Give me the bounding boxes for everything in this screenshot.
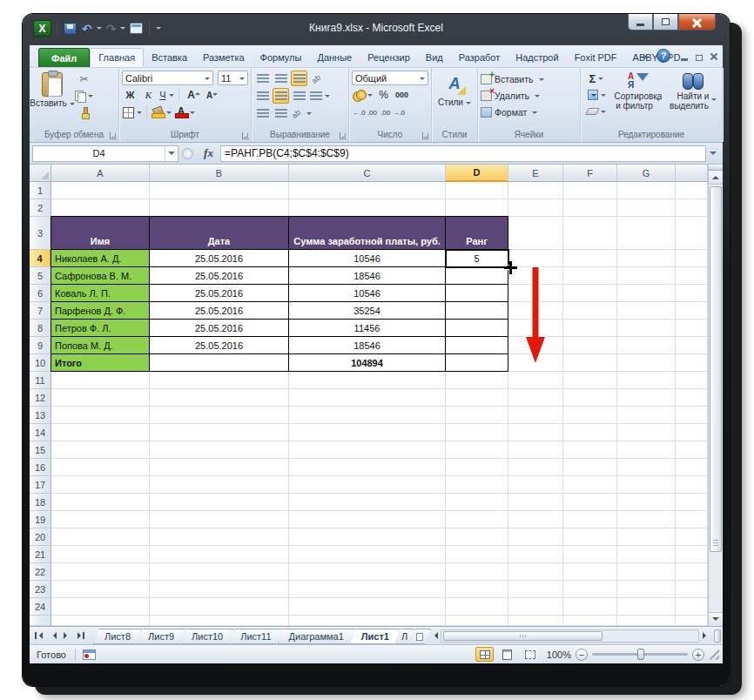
row-header[interactable]: 13 [30, 407, 51, 424]
cell[interactable] [563, 267, 617, 285]
cell[interactable] [563, 598, 617, 616]
zoom-slider[interactable] [592, 653, 688, 656]
cell[interactable] [617, 217, 676, 250]
cell[interactable] [446, 320, 508, 337]
cell[interactable]: Имя [51, 217, 150, 250]
cell[interactable] [446, 511, 508, 528]
cell[interactable] [676, 407, 708, 424]
cell[interactable] [51, 616, 150, 626]
cell[interactable]: 10546 [289, 285, 446, 302]
cell[interactable] [563, 616, 617, 626]
cell[interactable] [51, 389, 150, 407]
row-header[interactable]: 6 [30, 285, 51, 302]
cell[interactable] [289, 476, 446, 494]
cell[interactable] [563, 459, 617, 476]
cell[interactable] [676, 354, 708, 372]
fill-button[interactable] [583, 87, 609, 103]
cell[interactable] [446, 476, 508, 494]
cell[interactable] [150, 616, 289, 626]
cell[interactable] [563, 320, 617, 337]
undo-dropdown[interactable] [97, 27, 102, 32]
align-middle-button[interactable] [273, 71, 289, 86]
cell[interactable] [51, 528, 150, 546]
cell[interactable] [676, 372, 708, 389]
cell[interactable] [150, 581, 289, 598]
cell[interactable] [676, 337, 708, 354]
format-cells-button[interactable]: Формат [481, 104, 577, 120]
cell[interactable] [150, 389, 289, 407]
styles-button[interactable]: А Стили [434, 71, 475, 107]
table-tool-button[interactable] [129, 21, 144, 37]
cell[interactable] [446, 182, 508, 199]
cell[interactable] [617, 616, 676, 626]
row-header[interactable]: 20 [30, 528, 51, 546]
sheet-tab[interactable]: Диаграмма1 [278, 629, 355, 644]
cell[interactable] [676, 250, 708, 267]
cell[interactable] [446, 528, 508, 546]
cell[interactable] [289, 511, 446, 528]
row-header[interactable]: 8 [30, 320, 51, 337]
cell[interactable] [508, 182, 563, 199]
cell[interactable] [617, 354, 676, 372]
cell[interactable] [446, 354, 508, 372]
clipboard-dialog-launcher-icon[interactable] [110, 132, 117, 139]
undo-button[interactable]: ↶ [81, 21, 93, 37]
align-right-button[interactable] [291, 88, 307, 104]
bold-button[interactable]: Ж [122, 87, 138, 103]
cell[interactable] [51, 199, 150, 217]
row-header[interactable]: 7 [30, 302, 51, 320]
cell[interactable] [563, 389, 617, 407]
column-header[interactable]: G [617, 165, 676, 182]
cell[interactable] [676, 459, 708, 476]
ribbon-tab[interactable]: Главная [90, 48, 144, 67]
row-header[interactable]: 3 [30, 217, 51, 250]
cut-button[interactable]: ✂ [74, 71, 94, 87]
cell[interactable] [446, 389, 508, 407]
ribbon-tab[interactable]: Надстрой [508, 48, 566, 67]
column-header[interactable]: C [289, 165, 446, 182]
restore-button[interactable] [653, 14, 678, 30]
horizontal-split-handle[interactable] [714, 629, 721, 643]
cell[interactable] [676, 302, 708, 320]
cell[interactable] [617, 267, 676, 285]
cell[interactable] [289, 441, 446, 459]
cell[interactable] [508, 407, 563, 424]
cell[interactable] [617, 182, 676, 199]
cell[interactable] [446, 424, 508, 441]
cell[interactable]: 25.05.2016 [150, 320, 289, 337]
cell[interactable]: 25.05.2016 [150, 302, 289, 320]
paste-button[interactable]: Вставить [32, 71, 72, 129]
cell[interactable] [508, 199, 563, 217]
page-layout-view-button[interactable] [498, 647, 516, 662]
ribbon-tab[interactable]: Данные [309, 48, 360, 67]
ribbon-tab[interactable]: Разработ [451, 48, 508, 67]
wrap-text-button[interactable] [309, 88, 331, 104]
cell[interactable] [446, 459, 508, 476]
cell[interactable] [563, 511, 617, 528]
column-header[interactable]: A [51, 165, 150, 182]
cell[interactable] [150, 598, 289, 616]
cell[interactable] [446, 616, 508, 626]
cell[interactable] [150, 546, 289, 563]
sheet-tab[interactable]: Лист10 [180, 629, 234, 644]
cell[interactable]: 18546 [289, 337, 446, 354]
column-header[interactable]: B [150, 165, 289, 182]
cell[interactable]: Петров Ф. Л. [51, 320, 150, 337]
cell[interactable] [446, 302, 508, 320]
collapse-ribbon-icon[interactable] [638, 50, 652, 62]
cell[interactable] [617, 424, 676, 441]
cell[interactable] [563, 563, 617, 581]
decrease-indent-button[interactable] [254, 105, 271, 121]
cell[interactable]: Сафронова В. М. [51, 267, 150, 285]
ribbon-tab[interactable]: Разметка [195, 48, 252, 67]
cell[interactable] [51, 494, 150, 511]
find-select-button[interactable]: Найти ивыделить [667, 71, 719, 129]
increase-indent-button[interactable] [273, 105, 289, 121]
cell[interactable] [289, 182, 446, 199]
close-button[interactable] [678, 14, 716, 30]
ribbon-tab[interactable]: Рецензир [360, 48, 418, 67]
macro-record-icon[interactable] [83, 650, 96, 660]
workbook-restore-icon[interactable] [693, 51, 704, 61]
row-header[interactable]: 2 [30, 199, 51, 217]
redo-button[interactable]: ↷ [105, 21, 118, 37]
